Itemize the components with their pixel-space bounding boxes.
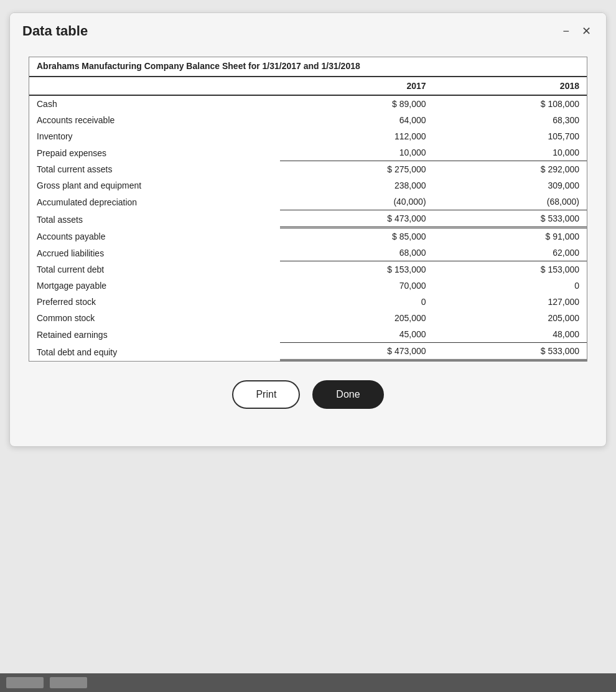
row-value-2017: 0 [280,294,433,310]
row-value-2018: 68,300 [434,112,587,128]
row-value-2017: 238,000 [280,177,433,194]
row-value-2018: 205,000 [434,310,587,326]
row-value-2017: 205,000 [280,310,433,326]
window-title: Data table [22,23,88,39]
row-label: Prepaid expenses [29,144,280,161]
table-row: Accumulated depreciation(40,000)(68,000) [29,194,587,210]
table-row: Total current assets$ 275,000$ 292,000 [29,161,587,178]
minimize-button[interactable]: − [560,24,572,38]
bottom-bar-item-2 [50,677,87,688]
row-value-2018: $ 91,000 [434,228,587,245]
table-row: Cash$ 89,000$ 108,000 [29,95,587,112]
header-2018: 2018 [434,77,587,95]
row-value-2018: 105,700 [434,128,587,144]
window-controls: − ✕ [560,24,594,38]
row-value-2017: 68,000 [280,245,433,261]
row-label: Inventory [29,128,280,144]
table-row: Preferred stock0127,000 [29,294,587,310]
table-row: Total assets$ 473,000$ 533,000 [29,210,587,228]
row-label: Accounts receivable [29,112,280,128]
table-row: Mortgage payable70,0000 [29,278,587,294]
row-label: Total current debt [29,261,280,278]
row-value-2018: 309,000 [434,177,587,194]
table-row: Total debt and equity$ 473,000$ 533,000 [29,343,587,360]
row-label: Accumulated depreciation [29,194,280,210]
table-row: Total current debt$ 153,000$ 153,000 [29,261,587,278]
row-value-2018: 127,000 [434,294,587,310]
table-row: Accounts payable$ 85,000$ 91,000 [29,228,587,245]
row-label: Total current assets [29,161,280,178]
row-value-2018: 10,000 [434,144,587,161]
table-container: Abrahams Manufacturing Company Balance S… [29,57,587,362]
row-value-2017: $ 275,000 [280,161,433,178]
row-value-2017: 112,000 [280,128,433,144]
row-value-2018: (68,000) [434,194,587,210]
table-row: Accrued liabilities68,00062,000 [29,245,587,261]
close-button[interactable]: ✕ [579,24,594,38]
row-value-2018: 0 [434,278,587,294]
row-label: Total debt and equity [29,343,280,360]
row-label: Preferred stock [29,294,280,310]
row-value-2017: 70,000 [280,278,433,294]
table-row: Inventory112,000105,700 [29,128,587,144]
row-value-2017: 45,000 [280,326,433,343]
window-content: Abrahams Manufacturing Company Balance S… [10,44,606,446]
row-label: Common stock [29,310,280,326]
table-row: Retained earnings45,00048,000 [29,326,587,343]
header-2017: 2017 [280,77,433,95]
column-header-row: 2017 2018 [29,77,587,95]
row-label: Retained earnings [29,326,280,343]
row-label: Accrued liabilities [29,245,280,261]
done-button[interactable]: Done [312,380,383,409]
table-row: Common stock205,000205,000 [29,310,587,326]
row-value-2017: $ 153,000 [280,261,433,278]
row-label: Accounts payable [29,228,280,245]
print-button[interactable]: Print [232,380,300,409]
title-bar: Data table − ✕ [10,13,606,44]
row-value-2018: $ 153,000 [434,261,587,278]
row-value-2017: $ 473,000 [280,210,433,228]
row-value-2017: $ 473,000 [280,343,433,360]
row-label: Total assets [29,210,280,228]
row-label: Mortgage payable [29,278,280,294]
row-label: Gross plant and equipment [29,177,280,194]
table-title-row: Abrahams Manufacturing Company Balance S… [29,57,587,77]
table-row: Prepaid expenses10,00010,000 [29,144,587,161]
bottom-bar-item-1 [6,677,44,688]
row-value-2018: 48,000 [434,326,587,343]
header-label-col [29,77,280,95]
bottom-bar [0,673,616,692]
row-value-2018: $ 533,000 [434,210,587,228]
row-value-2017: $ 89,000 [280,95,433,112]
row-value-2018: $ 533,000 [434,343,587,360]
balance-table: Abrahams Manufacturing Company Balance S… [29,57,587,361]
row-value-2018: $ 292,000 [434,161,587,178]
main-window: Data table − ✕ Abrahams Manufacturing Co… [9,12,607,447]
table-row: Accounts receivable64,00068,300 [29,112,587,128]
row-value-2017: $ 85,000 [280,228,433,245]
row-label: Cash [29,95,280,112]
table-title: Abrahams Manufacturing Company Balance S… [29,57,587,77]
row-value-2017: (40,000) [280,194,433,210]
row-value-2017: 10,000 [280,144,433,161]
footer-buttons: Print Done [29,362,587,421]
row-value-2017: 64,000 [280,112,433,128]
row-value-2018: $ 108,000 [434,95,587,112]
row-value-2018: 62,000 [434,245,587,261]
table-row: Gross plant and equipment238,000309,000 [29,177,587,194]
